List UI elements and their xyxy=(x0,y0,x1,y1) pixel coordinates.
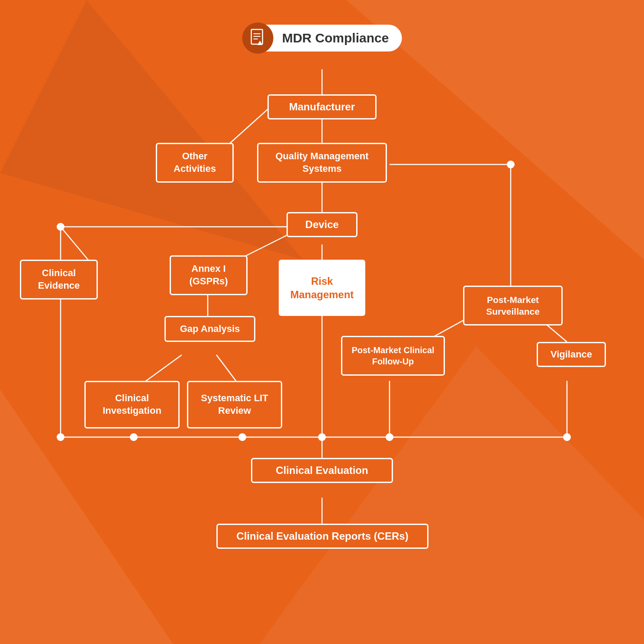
risk-management-node: Risk Management xyxy=(279,260,365,316)
junction-dot-ci xyxy=(130,433,138,441)
title-icon xyxy=(242,23,274,54)
post-market-surveillance-node: Post-Market Surveillance xyxy=(463,286,563,325)
junction-dot-vigilance xyxy=(563,433,571,441)
systematic-lit-node: Systematic LIT Review xyxy=(187,381,282,428)
junction-dot-slit xyxy=(238,433,246,441)
clinical-evaluation-node: Clinical Evaluation xyxy=(251,458,393,483)
post-market-clinical-node: Post-Market Clinical Follow-Up xyxy=(341,336,445,376)
device-node: Device xyxy=(287,212,357,237)
vigilance-node: Vigilance xyxy=(537,342,606,367)
junction-dot-center xyxy=(318,433,326,441)
quality-management-node: Quality Management Systems xyxy=(257,143,387,183)
clinical-evaluation-reports-node: Clinical Evaluation Reports (CERs) xyxy=(216,524,428,549)
junction-dot-pmcf xyxy=(386,433,393,441)
manufacturer-node: Manufacturer xyxy=(267,94,377,119)
title-text: MDR Compliance xyxy=(265,25,402,52)
title-badge: MDR Compliance xyxy=(242,23,402,54)
gap-analysis-node: Gap Analysis xyxy=(164,316,255,342)
clinical-investigation-node: Clinical Investigation xyxy=(84,381,180,428)
other-activities-node: Other Activities xyxy=(156,143,234,183)
clinical-evidence-node: Clinical Evidence xyxy=(20,260,98,299)
junction-dot-left xyxy=(57,223,64,231)
svg-marker-2 xyxy=(260,346,644,644)
junction-dot-left-bottom xyxy=(57,433,64,441)
annex-node: Annex I (GSPRs) xyxy=(170,255,248,295)
junction-dot-right-top xyxy=(507,161,515,168)
